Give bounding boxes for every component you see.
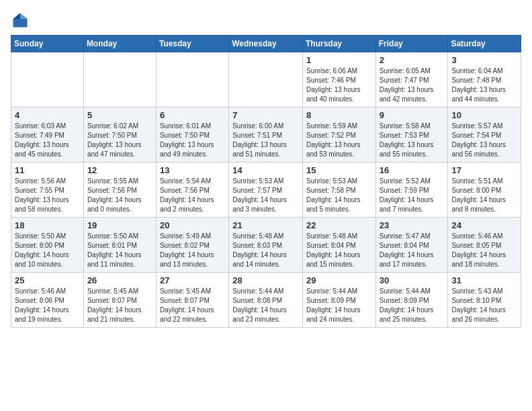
- day-number: 9: [380, 110, 445, 120]
- day-info: Sunrise: 5:44 AMSunset: 8:08 PMDaylight:…: [232, 287, 299, 324]
- day-number: 30: [380, 275, 445, 285]
- calendar-day-cell: 15Sunrise: 5:53 AMSunset: 7:58 PMDayligh…: [302, 163, 375, 218]
- calendar-day-cell: 16Sunrise: 5:52 AMSunset: 7:59 PMDayligh…: [375, 163, 448, 218]
- day-info: Sunrise: 5:46 AMSunset: 8:06 PMDaylight:…: [15, 287, 80, 324]
- day-info: Sunrise: 6:02 AMSunset: 7:50 PMDaylight:…: [87, 122, 152, 159]
- day-number: 15: [306, 165, 372, 175]
- day-number: 4: [15, 110, 80, 120]
- calendar-day-cell: 6Sunrise: 6:01 AMSunset: 7:50 PMDaylight…: [156, 107, 228, 163]
- day-info: Sunrise: 5:44 AMSunset: 8:09 PMDaylight:…: [380, 287, 445, 324]
- day-info: Sunrise: 5:52 AMSunset: 7:59 PMDaylight:…: [380, 177, 445, 214]
- calendar-day-cell: 25Sunrise: 5:46 AMSunset: 8:06 PMDayligh…: [11, 273, 84, 328]
- day-number: 14: [232, 165, 299, 175]
- calendar-day-cell: [156, 52, 228, 107]
- day-number: 2: [380, 55, 445, 65]
- day-number: 20: [160, 220, 225, 230]
- day-number: 8: [306, 110, 372, 120]
- day-number: 25: [15, 275, 80, 285]
- weekday-header: Monday: [83, 36, 156, 52]
- day-info: Sunrise: 5:56 AMSunset: 7:55 PMDaylight:…: [15, 177, 80, 214]
- calendar-day-cell: 14Sunrise: 5:53 AMSunset: 7:57 PMDayligh…: [229, 163, 303, 218]
- calendar-day-cell: 22Sunrise: 5:48 AMSunset: 8:04 PMDayligh…: [302, 218, 375, 273]
- calendar-day-cell: 5Sunrise: 6:02 AMSunset: 7:50 PMDaylight…: [83, 107, 156, 163]
- calendar-day-cell: 11Sunrise: 5:56 AMSunset: 7:55 PMDayligh…: [11, 163, 84, 218]
- calendar-day-cell: 8Sunrise: 5:59 AMSunset: 7:52 PMDaylight…: [302, 107, 375, 163]
- day-info: Sunrise: 5:47 AMSunset: 8:04 PMDaylight:…: [380, 232, 445, 269]
- calendar-week-row: 18Sunrise: 5:50 AMSunset: 8:00 PMDayligh…: [11, 218, 521, 273]
- weekday-header: Thursday: [302, 36, 375, 52]
- day-number: 11: [15, 165, 80, 175]
- logo: [11, 11, 32, 30]
- day-number: 17: [451, 165, 517, 175]
- calendar-day-cell: 21Sunrise: 5:48 AMSunset: 8:03 PMDayligh…: [229, 218, 303, 273]
- day-info: Sunrise: 5:58 AMSunset: 7:53 PMDaylight:…: [380, 122, 445, 159]
- calendar-week-row: 25Sunrise: 5:46 AMSunset: 8:06 PMDayligh…: [11, 273, 521, 328]
- day-info: Sunrise: 5:53 AMSunset: 7:58 PMDaylight:…: [306, 177, 372, 214]
- day-info: Sunrise: 5:46 AMSunset: 8:05 PMDaylight:…: [451, 232, 517, 269]
- day-info: Sunrise: 5:48 AMSunset: 8:03 PMDaylight:…: [232, 232, 299, 269]
- day-info: Sunrise: 5:49 AMSunset: 8:02 PMDaylight:…: [160, 232, 225, 269]
- weekday-header: Sunday: [11, 36, 84, 52]
- day-number: 19: [87, 220, 152, 230]
- calendar-day-cell: 10Sunrise: 5:57 AMSunset: 7:54 PMDayligh…: [448, 107, 521, 163]
- calendar-day-cell: 29Sunrise: 5:44 AMSunset: 8:09 PMDayligh…: [302, 273, 375, 328]
- calendar-day-cell: 1Sunrise: 6:06 AMSunset: 7:46 PMDaylight…: [302, 52, 375, 107]
- calendar-day-cell: 3Sunrise: 6:04 AMSunset: 7:48 PMDaylight…: [448, 52, 521, 107]
- logo-icon: [11, 11, 30, 30]
- weekday-header: Wednesday: [229, 36, 303, 52]
- day-info: Sunrise: 5:59 AMSunset: 7:52 PMDaylight:…: [306, 122, 372, 159]
- day-info: Sunrise: 6:05 AMSunset: 7:47 PMDaylight:…: [380, 66, 445, 104]
- day-info: Sunrise: 5:50 AMSunset: 8:00 PMDaylight:…: [15, 232, 80, 269]
- day-info: Sunrise: 5:51 AMSunset: 8:00 PMDaylight:…: [451, 177, 517, 214]
- day-number: 23: [380, 220, 445, 230]
- day-info: Sunrise: 5:45 AMSunset: 8:07 PMDaylight:…: [87, 287, 152, 324]
- calendar-day-cell: 12Sunrise: 5:55 AMSunset: 7:56 PMDayligh…: [83, 163, 156, 218]
- calendar-day-cell: [229, 52, 303, 107]
- calendar-day-cell: 13Sunrise: 5:54 AMSunset: 7:56 PMDayligh…: [156, 163, 228, 218]
- day-number: 13: [160, 165, 225, 175]
- calendar-day-cell: [11, 52, 84, 107]
- day-number: 7: [232, 110, 299, 120]
- day-number: 28: [232, 275, 299, 285]
- day-number: 24: [451, 220, 517, 230]
- day-number: 21: [232, 220, 299, 230]
- day-info: Sunrise: 6:03 AMSunset: 7:49 PMDaylight:…: [15, 122, 80, 159]
- day-number: 5: [87, 110, 152, 120]
- calendar-day-cell: 9Sunrise: 5:58 AMSunset: 7:53 PMDaylight…: [375, 107, 448, 163]
- day-number: 29: [306, 275, 372, 285]
- day-number: 26: [87, 275, 152, 285]
- day-number: 6: [160, 110, 225, 120]
- calendar-day-cell: 2Sunrise: 6:05 AMSunset: 7:47 PMDaylight…: [375, 52, 448, 107]
- day-info: Sunrise: 5:44 AMSunset: 8:09 PMDaylight:…: [306, 287, 372, 324]
- calendar-day-cell: 7Sunrise: 6:00 AMSunset: 7:51 PMDaylight…: [229, 107, 303, 163]
- day-number: 1: [306, 55, 372, 65]
- day-info: Sunrise: 6:00 AMSunset: 7:51 PMDaylight:…: [232, 122, 299, 159]
- weekday-header: Saturday: [448, 36, 521, 52]
- calendar-day-cell: 17Sunrise: 5:51 AMSunset: 8:00 PMDayligh…: [448, 163, 521, 218]
- calendar-week-row: 11Sunrise: 5:56 AMSunset: 7:55 PMDayligh…: [11, 163, 521, 218]
- day-info: Sunrise: 5:45 AMSunset: 8:07 PMDaylight:…: [160, 287, 225, 324]
- calendar-day-cell: 20Sunrise: 5:49 AMSunset: 8:02 PMDayligh…: [156, 218, 228, 273]
- day-info: Sunrise: 6:06 AMSunset: 7:46 PMDaylight:…: [306, 66, 372, 104]
- svg-marker-2: [13, 13, 21, 19]
- calendar-week-row: 4Sunrise: 6:03 AMSunset: 7:49 PMDaylight…: [11, 107, 521, 163]
- day-info: Sunrise: 5:50 AMSunset: 8:01 PMDaylight:…: [87, 232, 152, 269]
- weekday-header: Tuesday: [156, 36, 228, 52]
- calendar-day-cell: 30Sunrise: 5:44 AMSunset: 8:09 PMDayligh…: [375, 273, 448, 328]
- calendar-day-cell: 27Sunrise: 5:45 AMSunset: 8:07 PMDayligh…: [156, 273, 228, 328]
- day-info: Sunrise: 6:04 AMSunset: 7:48 PMDaylight:…: [451, 66, 517, 104]
- calendar: SundayMondayTuesdayWednesdayThursdayFrid…: [11, 35, 521, 328]
- calendar-day-cell: 24Sunrise: 5:46 AMSunset: 8:05 PMDayligh…: [448, 218, 521, 273]
- day-info: Sunrise: 5:53 AMSunset: 7:57 PMDaylight:…: [232, 177, 299, 214]
- day-number: 27: [160, 275, 225, 285]
- day-number: 18: [15, 220, 80, 230]
- day-number: 16: [380, 165, 445, 175]
- day-info: Sunrise: 5:55 AMSunset: 7:56 PMDaylight:…: [87, 177, 152, 214]
- calendar-day-cell: [83, 52, 156, 107]
- day-number: 12: [87, 165, 152, 175]
- calendar-day-cell: 19Sunrise: 5:50 AMSunset: 8:01 PMDayligh…: [83, 218, 156, 273]
- day-info: Sunrise: 5:54 AMSunset: 7:56 PMDaylight:…: [160, 177, 225, 214]
- weekday-header-row: SundayMondayTuesdayWednesdayThursdayFrid…: [11, 36, 521, 52]
- calendar-day-cell: 23Sunrise: 5:47 AMSunset: 8:04 PMDayligh…: [375, 218, 448, 273]
- day-number: 22: [306, 220, 372, 230]
